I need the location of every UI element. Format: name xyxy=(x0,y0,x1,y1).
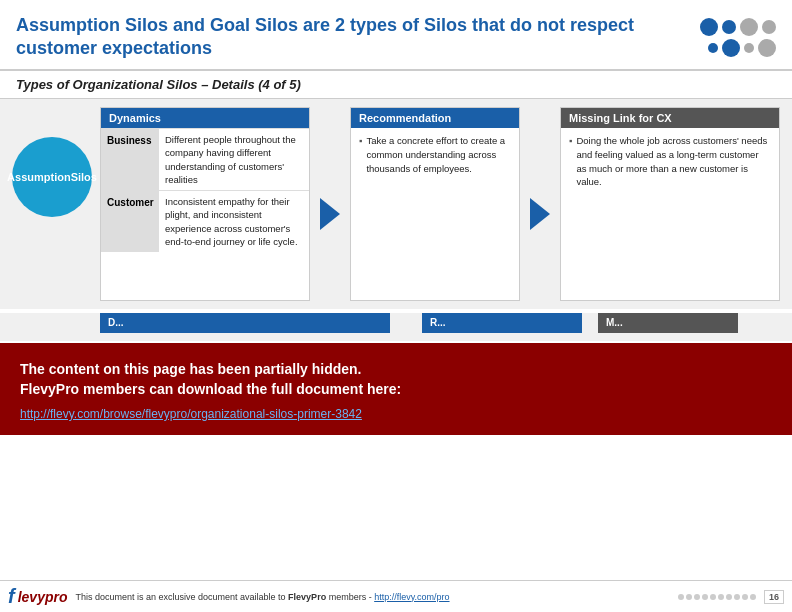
hidden-notice-line1: The content on this page has been partia… xyxy=(20,361,772,377)
page-title: Assumption Silos and Goal Silos are 2 ty… xyxy=(16,14,666,59)
logo-dot-2 xyxy=(722,20,736,34)
missing-link-bullet: ▪ Doing the whole job across customers' … xyxy=(569,134,771,189)
dynamics-customer-row: Customer Inconsistent empathy for their … xyxy=(101,190,309,252)
logo-dot-4 xyxy=(762,20,776,34)
dynamics-business-text: Different people throughout the company … xyxy=(159,129,309,190)
footer-dot-6 xyxy=(718,594,724,600)
dynamics-header: Dynamics xyxy=(101,108,309,128)
footer-dot-9 xyxy=(742,594,748,600)
document-link[interactable]: http://flevy.com/browse/flevypro/organiz… xyxy=(20,407,362,421)
logo-dot-5 xyxy=(708,43,718,53)
footer-dot-5 xyxy=(710,594,716,600)
footer-link[interactable]: http://flevy.com/pro xyxy=(374,592,449,602)
partial-box-recommendation: R... xyxy=(422,313,582,333)
dynamics-business-label: Business xyxy=(101,129,159,190)
recommendation-header: Recommendation xyxy=(351,108,519,128)
dynamics-customer-text: Inconsistent empathy for their plight, a… xyxy=(159,191,309,252)
bullet-char: ▪ xyxy=(359,134,362,175)
second-row: D... R... M... xyxy=(0,313,792,341)
partial-box-dynamics: D... xyxy=(100,313,390,333)
recommendation-box: Recommendation ▪ Take a concrete effort … xyxy=(350,107,520,301)
footer: f levypro This document is an exclusive … xyxy=(0,580,792,612)
footer-logo: f levypro xyxy=(8,585,67,608)
arrow-icon-2 xyxy=(530,198,550,230)
logo-dot-3 xyxy=(740,18,758,36)
dynamics-customer-label: Customer xyxy=(101,191,159,252)
arrow-2 xyxy=(528,127,552,301)
bullet-char-2: ▪ xyxy=(569,134,572,189)
missing-link-text: ▪ Doing the whole job across customers' … xyxy=(561,128,779,199)
footer-logo-f: f xyxy=(8,585,15,608)
logo-dot-6 xyxy=(722,39,740,57)
missing-link-box: Missing Link for CX ▪ Doing the whole jo… xyxy=(560,107,780,301)
footer-dot-3 xyxy=(694,594,700,600)
main-content: Assumption Silos Dynamics Business Diffe… xyxy=(0,99,792,309)
footer-dot-8 xyxy=(734,594,740,600)
arrow-1 xyxy=(318,127,342,301)
recommendation-text: ▪ Take a concrete effort to create a com… xyxy=(351,128,519,185)
footer-logo-rest: levypro xyxy=(18,589,68,605)
footer-dot-10 xyxy=(750,594,756,600)
subtitle: Types of Organizational Silos – Details … xyxy=(0,71,792,99)
logo-dot-1 xyxy=(700,18,718,36)
footer-dot-1 xyxy=(678,594,684,600)
footer-disclaimer: This document is an exclusive document a… xyxy=(75,592,670,602)
footer-dot-7 xyxy=(726,594,732,600)
logo-dot-8 xyxy=(758,39,776,57)
logo-dot-7 xyxy=(744,43,754,53)
red-section: The content on this page has been partia… xyxy=(0,343,792,435)
assumption-silos-circle: Assumption Silos xyxy=(12,137,92,217)
footer-dots xyxy=(678,594,756,600)
header-logo xyxy=(700,18,776,57)
recommendation-bullet: ▪ Take a concrete effort to create a com… xyxy=(359,134,511,175)
page-number: 16 xyxy=(764,590,784,604)
dynamics-box: Dynamics Business Different people throu… xyxy=(100,107,310,301)
dynamics-business-row: Business Different people throughout the… xyxy=(101,128,309,190)
arrow-icon-1 xyxy=(320,198,340,230)
hidden-notice-line2: FlevyPro members can download the full d… xyxy=(20,381,772,397)
footer-dot-4 xyxy=(702,594,708,600)
footer-dot-2 xyxy=(686,594,692,600)
header: Assumption Silos and Goal Silos are 2 ty… xyxy=(0,0,792,71)
partial-box-missing-link: M... xyxy=(598,313,738,333)
missing-link-header: Missing Link for CX xyxy=(561,108,779,128)
